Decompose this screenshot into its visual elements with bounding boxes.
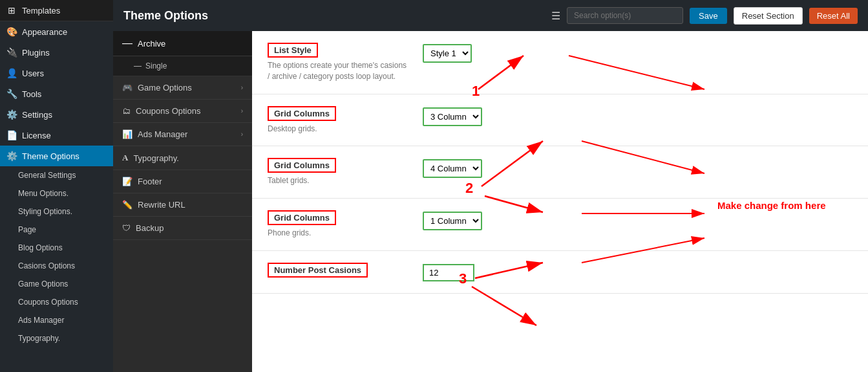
secondary-sidebar: — Archive — Single 🎮 Game Options ›	[113, 31, 252, 372]
sidebar-sub-coupons-options[interactable]: Coupons Options	[0, 293, 113, 311]
list-style-select[interactable]: Style 1 Style 2 Style 3	[423, 44, 472, 63]
sec-sidebar-item-typography[interactable]: A Typography.	[113, 146, 252, 170]
sec-sidebar-item-ads-manager[interactable]: 📊 Ads Manager ›	[113, 123, 252, 146]
reset-all-button[interactable]: Reset All	[809, 8, 858, 24]
sidebar-sub-blog-options[interactable]: Blog Options	[0, 239, 113, 257]
grid-columns-tablet-label: Grid Columns	[268, 158, 336, 173]
sidebar-sub-typography[interactable]: Typography.	[0, 329, 113, 347]
users-icon: 👤	[6, 68, 17, 78]
list-style-desc: The options create your theme's casions …	[268, 60, 410, 82]
grid-columns-phone-select[interactable]: 1 Column 2 Column 3 Column 4 Column	[423, 212, 482, 230]
ads-manager-icon: 📊	[122, 129, 132, 139]
sidebar-sub-casions-options[interactable]: Casions Options	[0, 257, 113, 275]
wp-admin-sidebar: ⊞ Templates 🎨 Appearance 🔌 Plugins 👤 Use…	[0, 0, 113, 372]
page-title: Theme Options	[123, 9, 545, 23]
sec-sidebar-sub-single[interactable]: — Single	[113, 56, 252, 76]
body-area: — Archive — Single 🎮 Game Options ›	[113, 31, 868, 372]
option-row-list-style: List Style The options create your theme…	[252, 31, 868, 94]
save-button[interactable]: Save	[690, 8, 727, 24]
tools-icon: 🔧	[6, 89, 17, 99]
option-row-grid-columns-phone: Grid Columns Phone grids. 1 Column 2 Col…	[252, 199, 868, 251]
settings-icon: ⚙️	[6, 109, 17, 120]
reset-section-button[interactable]: Reset Section	[734, 7, 803, 25]
sidebar-item-tools[interactable]: 🔧 Tools	[0, 83, 113, 104]
sidebar-templates-item[interactable]: ⊞ Templates	[0, 0, 113, 21]
grid-columns-phone-label: Grid Columns	[268, 210, 336, 225]
sidebar-sub-ads-manager[interactable]: Ads Manager	[0, 311, 113, 329]
sidebar-sub-menu-options[interactable]: Menu Options.	[0, 184, 113, 202]
grid-columns-desktop-label: Grid Columns	[268, 106, 336, 121]
templates-icon: ⊞	[6, 5, 17, 16]
appearance-icon: 🎨	[6, 27, 17, 37]
menu-icon: ☰	[551, 10, 560, 22]
sidebar-sub-general-settings[interactable]: General Settings	[0, 166, 113, 184]
grid-columns-desktop-desc: Desktop grids.	[268, 124, 410, 135]
sidebar-item-appearance[interactable]: 🎨 Appearance	[0, 21, 113, 42]
search-input[interactable]	[567, 7, 683, 24]
sec-sidebar-item-archive[interactable]: — Archive	[113, 31, 252, 56]
number-post-casions-label: Number Post Casions	[268, 263, 368, 278]
sidebar-sub-page[interactable]: Page	[0, 221, 113, 239]
single-dash-icon: —	[134, 61, 142, 71]
list-style-label: List Style	[268, 43, 318, 58]
sidebar-item-settings[interactable]: ⚙️ Settings	[0, 104, 113, 125]
main-content: Theme Options ☰ Save Reset Section Reset…	[113, 0, 868, 372]
ads-manager-arrow-icon: ›	[241, 131, 243, 138]
sec-sidebar-item-coupons-options[interactable]: 🗂 Coupons Options ›	[113, 100, 252, 123]
typography-icon: A	[122, 153, 128, 163]
archive-dash-icon: —	[122, 38, 132, 49]
sidebar-item-plugins[interactable]: 🔌 Plugins	[0, 42, 113, 63]
grid-columns-tablet-select[interactable]: 1 Column 2 Column 3 Column 4 Column	[423, 159, 482, 178]
sec-sidebar-item-rewrite-url[interactable]: ✏️ Rewrite URL	[113, 193, 252, 217]
sidebar-sub-game-options[interactable]: Game Options	[0, 275, 113, 293]
sec-sidebar-item-game-options[interactable]: 🎮 Game Options ›	[113, 76, 252, 100]
coupons-options-icon: 🗂	[122, 106, 131, 116]
sidebar-item-users[interactable]: 👤 Users	[0, 63, 113, 83]
sidebar-item-theme-options[interactable]: ⚙️ Theme Options	[0, 146, 113, 166]
grid-columns-tablet-desc: Tablet grids.	[268, 175, 410, 186]
number-post-casions-input[interactable]	[423, 264, 474, 281]
game-options-icon: 🎮	[122, 83, 132, 93]
sec-sidebar-item-footer[interactable]: 📝 Footer	[113, 170, 252, 193]
archive-left: — Archive	[122, 38, 165, 49]
coupons-options-arrow-icon: ›	[241, 107, 243, 115]
backup-icon: 🛡	[122, 223, 131, 233]
option-row-grid-columns-tablet: Grid Columns Tablet grids. 1 Column 2 Co…	[252, 146, 868, 199]
rewrite-url-icon: ✏️	[122, 200, 132, 210]
option-row-grid-columns-desktop: Grid Columns Desktop grids. 1 Column 2 C…	[252, 94, 868, 147]
sec-sidebar-item-backup[interactable]: 🛡 Backup	[113, 217, 252, 240]
sidebar-item-license[interactable]: 📄 License	[0, 125, 113, 146]
footer-icon: 📝	[122, 177, 132, 186]
game-options-arrow-icon: ›	[241, 84, 243, 91]
grid-columns-desktop-select[interactable]: 1 Column 2 Column 3 Column 4 Column	[423, 107, 482, 126]
options-content-area: List Style The options create your theme…	[252, 31, 868, 372]
sidebar-sub-styling-options[interactable]: Styling Options.	[0, 202, 113, 221]
option-row-number-post-casions: Number Post Casions	[252, 251, 868, 294]
theme-options-icon: ⚙️	[6, 151, 17, 161]
plugins-icon: 🔌	[6, 47, 17, 58]
page-header: Theme Options ☰ Save Reset Section Reset…	[113, 0, 868, 31]
grid-columns-phone-desc: Phone grids.	[268, 228, 410, 239]
license-icon: 📄	[6, 130, 17, 140]
